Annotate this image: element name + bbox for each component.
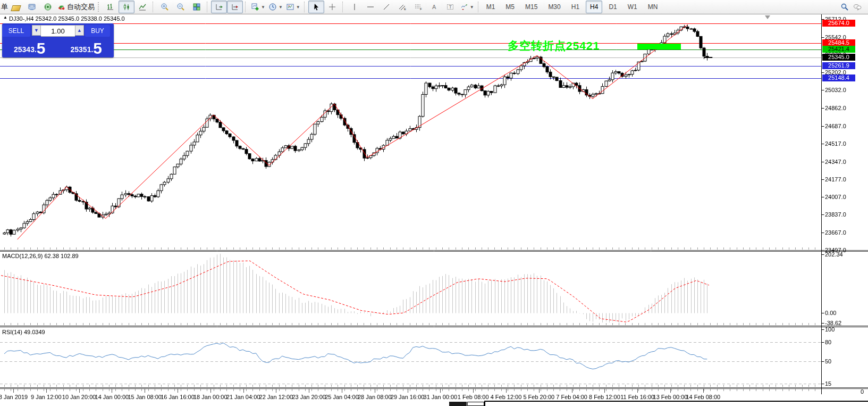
crosshair-button[interactable] <box>324 1 340 13</box>
time-axis-label: 22 Jan 12:00 <box>259 394 293 400</box>
highlight-rectangle[interactable] <box>637 44 681 49</box>
new-order-button[interactable]: 单 <box>1 2 8 12</box>
timeframe-mn-button[interactable]: MN <box>644 1 662 13</box>
buy-button[interactable]: BUY <box>85 25 110 37</box>
time-axis-label: 23 Jan 20:00 <box>292 394 326 400</box>
candlestick-chart-button[interactable] <box>119 1 134 13</box>
search-icon[interactable] <box>840 3 849 11</box>
time-axis-label: 14 Feb 08:00 <box>686 394 720 400</box>
line-chart-icon <box>138 3 147 11</box>
chat-icon[interactable] <box>853 3 862 11</box>
dropdown-arrow-icon: ▼ <box>279 5 283 10</box>
price-scale-tick: 24177.0 <box>825 176 846 183</box>
zoom-in-button[interactable] <box>157 1 173 13</box>
svg-text:A: A <box>432 4 436 10</box>
sell-price[interactable]: 25343.5 <box>2 37 57 57</box>
equidistant-channel-button[interactable]: E <box>394 1 410 13</box>
arrow-objects-icon <box>460 3 468 11</box>
market-watch-button[interactable] <box>24 1 40 13</box>
toolbar-separator <box>245 2 247 12</box>
zoom-out-button[interactable] <box>173 1 189 13</box>
autotrading-hat-icon <box>57 3 66 11</box>
bottom-strip-small-box <box>467 402 484 406</box>
svg-text:F: F <box>420 7 422 11</box>
macd-scale-tick: 202.34 <box>825 251 843 258</box>
price-scale-tick: 23667.0 <box>825 229 846 236</box>
text-label-button[interactable]: T <box>442 1 458 13</box>
vertical-line-button[interactable] <box>347 1 363 13</box>
dropdown-arrow-icon: ▼ <box>261 5 265 10</box>
timeframe-h1-button[interactable]: H1 <box>567 1 584 13</box>
rsi-scale-tick: 100 <box>825 326 835 333</box>
rsi-scale-tick: 15 <box>825 380 831 387</box>
price-scale-tick: 24687.0 <box>825 123 846 129</box>
trendline-button[interactable] <box>378 1 394 13</box>
time-axis-label: 15 Jan 08:00 <box>128 394 162 400</box>
lot-increase-button[interactable]: ▲ <box>75 25 84 36</box>
sell-button[interactable]: SELL <box>2 25 30 37</box>
signal-icon <box>44 3 52 11</box>
time-axis-label: 18 Jan 00:00 <box>193 394 227 400</box>
lot-decrease-button[interactable]: ▼ <box>32 25 41 36</box>
cursor-button[interactable] <box>308 1 324 13</box>
chart-collapse-arrow[interactable]: ▲ <box>3 15 7 20</box>
template-icon <box>286 3 294 11</box>
timeframe-w1-button[interactable]: W1 <box>623 1 642 13</box>
timeframe-h4-button[interactable]: H4 <box>586 1 602 13</box>
autotrading-label: 自动交易 <box>67 2 95 12</box>
lot-input[interactable] <box>41 25 75 37</box>
chart-shift-button[interactable] <box>227 1 243 13</box>
timeframe-m15-button[interactable]: M15 <box>521 1 542 13</box>
arrows-button[interactable]: ▼ <box>458 1 476 13</box>
sell-price-frac: 5 <box>37 40 46 56</box>
dropdown-arrow-icon: ▼ <box>470 5 474 10</box>
time-axis-label: 5 Feb 20:00 <box>523 394 554 400</box>
chart-canvas[interactable] <box>0 0 868 406</box>
history-center-button[interactable] <box>8 1 24 13</box>
toolbar-separator <box>342 2 344 12</box>
trendline-icon <box>382 3 391 11</box>
autotrading-button[interactable]: 自动交易 <box>56 1 96 13</box>
price-level-tag[interactable]: 25421.4 <box>822 46 855 53</box>
tile-windows-button[interactable] <box>189 1 205 13</box>
horizontal-line-button[interactable] <box>363 1 378 13</box>
buy-price-frac: 5 <box>93 40 102 56</box>
svg-text:E: E <box>404 7 406 11</box>
chart-annotation-text[interactable]: 多空转折点25421 <box>508 38 600 53</box>
ohlc-bars-icon <box>106 3 115 11</box>
buy-price[interactable]: 25351.5 <box>59 37 114 57</box>
fibonacci-icon: F <box>414 3 423 11</box>
periods-button[interactable]: ▼ <box>267 1 284 13</box>
chart-shift-icon <box>231 3 239 11</box>
price-level-tag[interactable]: 25148.4 <box>822 74 855 81</box>
price-level-tag[interactable]: 25345.0 <box>822 54 855 61</box>
timeframe-m1-button[interactable]: M1 <box>482 1 500 13</box>
bar-chart-button[interactable] <box>103 1 119 13</box>
templates-button[interactable]: ▼ <box>284 1 302 13</box>
price-level-tag[interactable]: 25484.5 <box>822 39 855 46</box>
time-axis-label: 13 Feb 00:00 <box>653 394 688 400</box>
fibonacci-button[interactable]: F <box>410 1 426 13</box>
price-scale-tick: 24347.0 <box>825 159 846 165</box>
svg-text:T: T <box>449 4 452 10</box>
signals-button[interactable] <box>40 1 56 13</box>
line-chart-button[interactable] <box>134 1 150 13</box>
text-label-icon: T <box>446 3 454 11</box>
time-axis-label: 8 Feb 12:00 <box>589 394 620 400</box>
price-level-tag[interactable]: 25674.0 <box>822 20 855 27</box>
price-scale-tick: 25032.0 <box>825 87 846 93</box>
timeframe-d1-button[interactable]: D1 <box>604 1 621 13</box>
indicators-button[interactable]: ▼ <box>249 1 267 13</box>
macd-scale-tick: -38.62 <box>825 320 841 326</box>
price-level-tag[interactable]: 25261.9 <box>822 62 855 69</box>
text-icon: A <box>430 3 439 11</box>
timeframe-m30-button[interactable]: M30 <box>544 1 564 13</box>
text-button[interactable]: A <box>426 1 442 13</box>
time-axis-label: 21 Jan 04:00 <box>226 394 260 400</box>
timeframe-m5-button[interactable]: M5 <box>501 1 519 13</box>
channel-icon: E <box>398 3 407 11</box>
price-scale-tick: 24517.0 <box>825 140 846 147</box>
toolbar-grip <box>98 2 101 12</box>
indicators-plus-icon <box>251 3 259 11</box>
auto-scroll-button[interactable] <box>211 1 227 13</box>
